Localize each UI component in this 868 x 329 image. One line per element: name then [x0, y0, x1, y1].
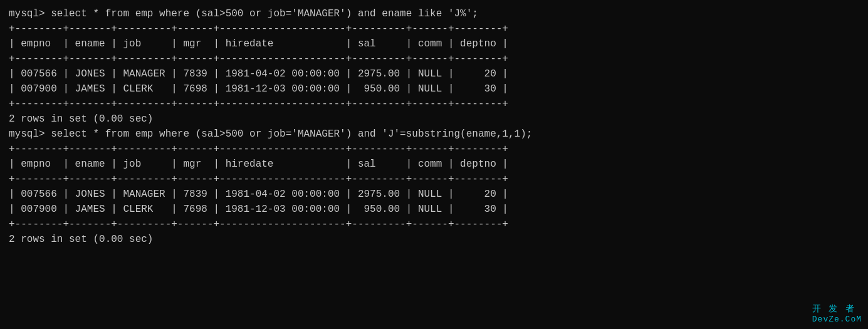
separator-top-2: +--------+-------+---------+------+-----…: [9, 142, 859, 157]
watermark-line2: DevZe.CoM: [812, 315, 862, 324]
prompt-line-2: mysql> select * from emp where (sal>500 …: [9, 127, 859, 142]
watermark: 开 发 者 DevZe.CoM: [812, 303, 862, 324]
table-row: | 007900 | JAMES | CLERK | 7698 | 1981-1…: [9, 81, 859, 97]
table-row: | 007566 | JONES | MANAGER | 7839 | 1981…: [9, 66, 859, 81]
separator-mid-1: +--------+-------+---------+------+-----…: [9, 51, 859, 66]
watermark-line1: 开 发 者: [812, 303, 862, 315]
terminal-window: mysql> select * from emp where (sal>500 …: [9, 6, 859, 323]
table-header-1: | empno | ename | job | mgr | hiredate |…: [9, 36, 859, 51]
result-info-1: 2 rows in set (0.00 sec): [9, 112, 859, 127]
separator-mid-2: +--------+-------+---------+------+-----…: [9, 172, 859, 187]
separator-bot-2: +--------+-------+---------+------+-----…: [9, 217, 859, 232]
prompt-line-1: mysql> select * from emp where (sal>500 …: [9, 6, 859, 21]
separator-bot-1: +--------+-------+---------+------+-----…: [9, 97, 859, 112]
table-row: | 007566 | JONES | MANAGER | 7839 | 1981…: [9, 187, 859, 202]
table-row: | 007900 | JAMES | CLERK | 7698 | 1981-1…: [9, 202, 859, 217]
result-info-2: 2 rows in set (0.00 sec): [9, 232, 859, 247]
table-header-2: | empno | ename | job | mgr | hiredate |…: [9, 157, 859, 172]
separator-top-1: +--------+-------+---------+------+-----…: [9, 21, 859, 36]
